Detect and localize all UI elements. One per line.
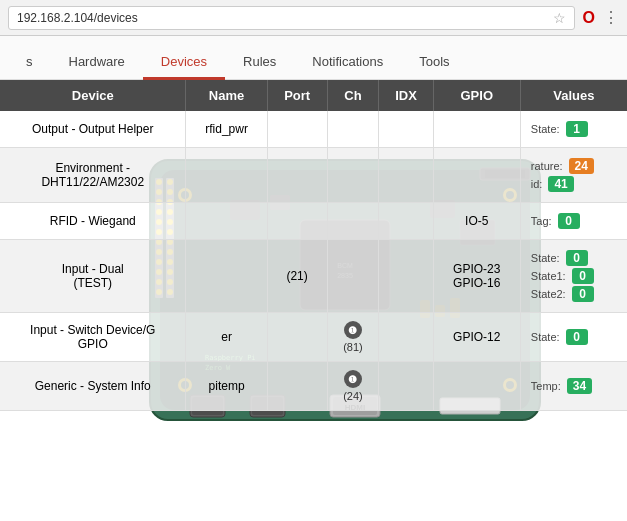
device-ch	[327, 111, 379, 148]
device-gpio	[433, 362, 520, 411]
device-name: Environment -DHT11/22/AM2302	[0, 148, 186, 203]
device-port: (21)	[267, 240, 327, 313]
opera-icon: O	[583, 9, 595, 27]
tab-s[interactable]: s	[8, 46, 51, 80]
device-ch: ❶ (81)	[327, 313, 379, 362]
device-port	[267, 362, 327, 411]
device-values: Tag: 0	[520, 203, 627, 240]
device-port-name	[186, 240, 267, 313]
table-row: RFID - Wiegand IO-5 Tag: 0	[0, 203, 627, 240]
header-name: Name	[186, 80, 267, 111]
device-idx	[379, 240, 433, 313]
header-port: Port	[267, 80, 327, 111]
device-port-name	[186, 148, 267, 203]
device-gpio	[433, 111, 520, 148]
table-row: Input - Dual(TEST) (21) GPIO-23GPIO-16 S…	[0, 240, 627, 313]
device-gpio: GPIO-23GPIO-16	[433, 240, 520, 313]
device-ch: ❶ (24)	[327, 362, 379, 411]
header-device: Device	[0, 80, 186, 111]
device-ch	[327, 240, 379, 313]
browser-bar: 192.168.2.104/devices ☆ O ⋮	[0, 0, 627, 36]
header-gpio: GPIO	[433, 80, 520, 111]
device-name: Input - Switch Device/GGPIO	[0, 313, 186, 362]
device-gpio: IO-5	[433, 203, 520, 240]
device-name: RFID - Wiegand	[0, 203, 186, 240]
device-values: State: 0 State1: 0 State2: 0	[520, 240, 627, 313]
device-port	[267, 203, 327, 240]
tab-rules[interactable]: Rules	[225, 46, 294, 80]
browser-menu-icon[interactable]: ⋮	[603, 8, 619, 27]
device-port-name: er	[186, 313, 267, 362]
device-name: Output - Output Helper	[0, 111, 186, 148]
device-idx	[379, 203, 433, 240]
table-row: Output - Output Helper rfid_pwr State: 1	[0, 111, 627, 148]
device-port	[267, 111, 327, 148]
device-port	[267, 148, 327, 203]
device-port-name	[186, 203, 267, 240]
device-ch	[327, 148, 379, 203]
address-bar[interactable]: 192.168.2.104/devices ☆	[8, 6, 575, 30]
device-port-name: rfid_pwr	[186, 111, 267, 148]
header-values: Values	[520, 80, 627, 111]
device-values: Temp: 34	[520, 362, 627, 411]
device-idx	[379, 111, 433, 148]
device-port-name: pitemp	[186, 362, 267, 411]
tab-hardware[interactable]: Hardware	[51, 46, 143, 80]
device-name: Generic - System Info	[0, 362, 186, 411]
tab-devices[interactable]: Devices	[143, 46, 225, 80]
nav-bar: s Hardware Devices Rules Notifications T…	[0, 36, 627, 80]
device-idx	[379, 148, 433, 203]
table-container: BCM 2835 HDMI Raspbe	[0, 80, 627, 521]
table-header-row: Device Name Port Ch IDX GPIO Values	[0, 80, 627, 111]
table-row: Generic - System Info pitemp ❶ (24) Temp…	[0, 362, 627, 411]
address-text: 192.168.2.104/devices	[17, 11, 138, 25]
device-values: rature: 24 id: 41	[520, 148, 627, 203]
tab-notifications[interactable]: Notifications	[294, 46, 401, 80]
device-values: State: 1	[520, 111, 627, 148]
device-idx	[379, 362, 433, 411]
table-row: Environment -DHT11/22/AM2302 rature: 24 …	[0, 148, 627, 203]
tab-tools[interactable]: Tools	[401, 46, 467, 80]
devices-table: Device Name Port Ch IDX GPIO Values Outp…	[0, 80, 627, 411]
header-ch: Ch	[327, 80, 379, 111]
device-values: State: 0	[520, 313, 627, 362]
device-name: Input - Dual(TEST)	[0, 240, 186, 313]
table-row: Input - Switch Device/GGPIO er ❶ (81) GP…	[0, 313, 627, 362]
device-port	[267, 313, 327, 362]
device-gpio	[433, 148, 520, 203]
header-idx: IDX	[379, 80, 433, 111]
bookmark-icon[interactable]: ☆	[553, 10, 566, 26]
device-gpio: GPIO-12	[433, 313, 520, 362]
device-ch	[327, 203, 379, 240]
device-idx	[379, 313, 433, 362]
